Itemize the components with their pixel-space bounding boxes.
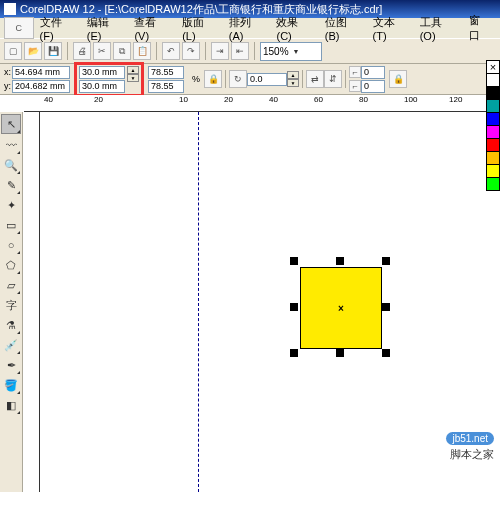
cut-icon[interactable]: ✂ [93,42,111,60]
guideline-vertical[interactable] [198,112,199,492]
color-palette[interactable]: × [486,60,500,190]
mirror-h-icon[interactable]: ⇄ [306,70,324,88]
color-swatch[interactable] [486,73,500,87]
text-tool[interactable]: 字 [2,296,20,314]
color-swatch[interactable] [486,125,500,139]
zoom-value: 150% [263,46,289,57]
ruler-tick: 80 [359,95,368,104]
corner-icon: ⌐ [349,80,361,92]
copy-icon[interactable]: ⧉ [113,42,131,60]
color-swatch[interactable] [486,112,500,126]
handle-mid-left[interactable] [290,303,298,311]
undo-icon[interactable]: ↶ [162,42,180,60]
lock-corner-icon[interactable]: 🔒 [389,70,407,88]
zoom-combo[interactable]: 150% ▼ [260,42,322,61]
workspace: ↖ 〰 🔍 ✎ ✦ ▭ ○ ⬠ ▱ 字 ⚗ 💉 ✒ 🪣 ◧ × [0,112,500,492]
menu-text[interactable]: 文本(T) [367,13,414,44]
outline-tool[interactable]: ✒ [2,356,20,374]
corner-fields: ⌐0 ⌐0 [349,66,385,93]
separator [225,70,226,88]
print-icon[interactable]: 🖨 [73,42,91,60]
ruler-tick: 40 [269,95,278,104]
menu-window[interactable]: 窗口 [463,11,496,45]
color-swatch[interactable] [486,177,500,191]
lock-icon[interactable]: 🔒 [204,70,222,88]
toolbox: ↖ 〰 🔍 ✎ ✦ ▭ ○ ⬠ ▱ 字 ⚗ 💉 ✒ 🪣 ◧ [0,112,23,492]
separator [302,70,303,88]
menu-arrange[interactable]: 排列(A) [223,13,271,44]
paste-icon[interactable]: 📋 [133,42,151,60]
redo-icon[interactable]: ↷ [182,42,200,60]
handle-top-mid[interactable] [336,257,344,265]
menu-effects[interactable]: 效果(C) [270,13,318,44]
rectangle-tool[interactable]: ▭ [2,216,20,234]
scale-x-input[interactable]: 78.55 [148,66,184,79]
menu-bitmaps[interactable]: 位图(B) [319,13,367,44]
color-swatch[interactable] [486,151,500,165]
polygon-tool[interactable]: ⬠ [2,256,20,274]
app-icon-small: C [4,17,34,39]
open-icon[interactable]: 📂 [24,42,42,60]
handle-bot-mid[interactable] [336,349,344,357]
scale-fields: 78.55 78.55 [148,66,184,93]
handle-top-left[interactable] [290,257,298,265]
height-input[interactable]: 30.0 mm [79,80,125,93]
color-swatch[interactable] [486,164,500,178]
fill-tool[interactable]: 🪣 [2,376,20,394]
blend-tool[interactable]: ⚗ [2,316,20,334]
menu-tools[interactable]: 工具(O) [414,13,463,44]
menu-bar[interactable]: C 文件(F) 编辑(E) 查看(V) 版面(L) 排列(A) 效果(C) 位图… [0,18,500,38]
rectangle-shape[interactable]: × [300,267,382,349]
canvas[interactable]: × jb51.net 脚本之家 [40,112,500,492]
interactive-fill-tool[interactable]: ◧ [2,396,20,414]
size-spinner[interactable]: ▲▼ [127,66,139,93]
selected-rectangle[interactable]: × [300,267,380,347]
new-icon[interactable]: ▢ [4,42,22,60]
color-swatch[interactable] [486,138,500,152]
color-swatch[interactable] [486,99,500,113]
percent-label: % [192,74,200,84]
ruler-tick: 40 [44,95,53,104]
mirror-v-icon[interactable]: ⇵ [324,70,342,88]
color-swatch[interactable] [486,86,500,100]
handle-bot-right[interactable] [382,349,390,357]
separator [205,42,206,60]
rotate-spinner[interactable]: ▲▼ [287,71,299,87]
menu-edit[interactable]: 编辑(E) [81,13,129,44]
menu-layout[interactable]: 版面(L) [176,13,223,44]
ruler-horizontal[interactable]: 40 20 10 20 40 60 80 100 120 [24,95,500,112]
menu-file[interactable]: 文件(F) [34,13,81,44]
handle-top-right[interactable] [382,257,390,265]
separator [254,42,255,60]
export-icon[interactable]: ⇤ [231,42,249,60]
handle-bot-left[interactable] [290,349,298,357]
zoom-tool[interactable]: 🔍 [2,156,20,174]
import-icon[interactable]: ⇥ [211,42,229,60]
separator [67,42,68,60]
position-fields: x:54.694 mm y:204.682 mm [4,66,70,93]
save-icon[interactable]: 💾 [44,42,62,60]
handle-mid-right[interactable] [382,303,390,311]
rotate-input[interactable]: 0.0 [247,73,287,86]
width-input[interactable]: 30.0 mm [79,66,125,79]
eyedropper-tool[interactable]: 💉 [2,336,20,354]
ellipse-tool[interactable]: ○ [2,236,20,254]
ruler-vertical[interactable] [23,112,40,492]
basic-shapes-tool[interactable]: ▱ [2,276,20,294]
watermark: jb51.net 脚本之家 [446,432,494,462]
corner-y-input[interactable]: 0 [361,80,385,93]
menu-view[interactable]: 查看(V) [128,13,176,44]
ruler-tick: 60 [314,95,323,104]
freehand-tool[interactable]: ✎ [2,176,20,194]
smart-draw-tool[interactable]: ✦ [2,196,20,214]
pick-tool[interactable]: ↖ [1,114,21,134]
rotate-icon: ↻ [229,70,247,88]
y-input[interactable]: 204.682 mm [12,80,70,93]
ruler-tick: 10 [179,95,188,104]
corner-x-input[interactable]: 0 [361,66,385,79]
x-input[interactable]: 54.694 mm [12,66,70,79]
scale-y-input[interactable]: 78.55 [148,80,184,93]
shape-tool[interactable]: 〰 [2,136,20,154]
no-color-swatch[interactable]: × [486,60,500,74]
watermark-text: 脚本之家 [450,448,494,460]
